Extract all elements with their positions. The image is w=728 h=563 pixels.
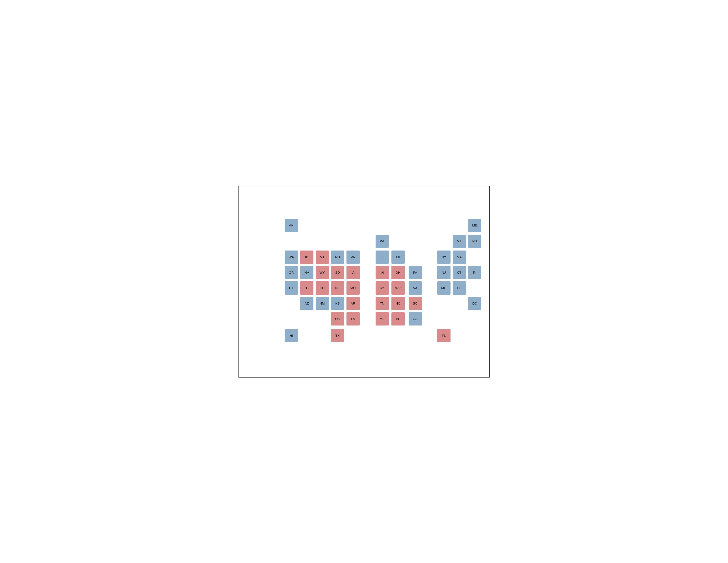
state-tile-mn[interactable]: MN — [346, 250, 360, 264]
state-tile-ny[interactable]: NY — [437, 250, 451, 264]
state-tile-nc[interactable]: NC — [391, 297, 405, 310]
state-tile-nd[interactable]: ND — [331, 250, 344, 264]
state-tile-ky[interactable]: KY — [376, 282, 389, 295]
state-tile-ut[interactable]: UT — [300, 282, 313, 295]
state-tile-wv[interactable]: WV — [391, 282, 405, 295]
us-map-container: AKMEWIVTNHWAIDMTNDMNILMINYMAORNVWYSDIAIN… — [238, 186, 490, 378]
state-tile-il[interactable]: IL — [376, 250, 389, 264]
state-tile-wy[interactable]: WY — [316, 266, 329, 279]
state-tile-oh[interactable]: OH — [391, 266, 405, 279]
state-tile-ms[interactable]: MS — [376, 312, 389, 326]
state-tile-nm[interactable]: NM — [316, 297, 329, 310]
state-tile-vt[interactable]: VT — [453, 234, 466, 248]
state-tile-tn[interactable]: TN — [376, 297, 389, 310]
state-tile-tx[interactable]: TX — [331, 329, 344, 342]
state-tile-ma[interactable]: MA — [453, 250, 466, 264]
state-tile-pa[interactable]: PA — [409, 266, 422, 279]
state-tile-wi[interactable]: WI — [376, 234, 389, 248]
state-tile-ri[interactable]: RI — [468, 266, 481, 279]
state-tile-ak[interactable]: AK — [285, 219, 298, 232]
state-tile-or[interactable]: OR — [285, 266, 298, 279]
state-tile-az[interactable]: AZ — [300, 297, 313, 310]
state-tile-ok[interactable]: OK — [331, 312, 344, 326]
state-tile-nv[interactable]: NV — [300, 266, 313, 279]
state-tile-va[interactable]: VA — [409, 282, 422, 295]
state-tile-ia[interactable]: IA — [346, 266, 360, 279]
state-tile-ga[interactable]: GA — [409, 312, 422, 326]
state-tile-wa[interactable]: WA — [285, 250, 298, 264]
state-tile-ct[interactable]: CT — [453, 266, 466, 279]
state-tile-ca[interactable]: CA — [285, 282, 298, 295]
state-tile-sc[interactable]: SC — [409, 297, 422, 310]
state-tile-al[interactable]: AL — [391, 312, 405, 326]
state-tile-id[interactable]: ID — [300, 250, 313, 264]
state-tile-mt[interactable]: MT — [316, 250, 329, 264]
state-tile-nh[interactable]: NH — [468, 234, 481, 248]
state-tile-mi[interactable]: MI — [391, 250, 405, 264]
state-tile-dc[interactable]: DC — [468, 297, 481, 310]
state-tile-fl[interactable]: FL — [437, 329, 451, 342]
state-tile-co[interactable]: CO — [316, 282, 329, 295]
state-tile-ar[interactable]: AR — [346, 297, 360, 310]
state-tile-hi[interactable]: HI — [285, 329, 298, 342]
state-tile-md[interactable]: MD — [437, 282, 451, 295]
state-tile-mo[interactable]: MO — [346, 282, 360, 295]
state-tile-sd[interactable]: SD — [331, 266, 344, 279]
state-tile-me[interactable]: ME — [468, 219, 481, 232]
state-tile-de[interactable]: DE — [453, 282, 466, 295]
state-tile-ne[interactable]: NE — [331, 282, 344, 295]
state-tile-in[interactable]: IN — [376, 266, 389, 279]
state-tile-nj[interactable]: NJ — [437, 266, 451, 279]
state-tile-ks[interactable]: KS — [331, 297, 344, 310]
state-tile-la[interactable]: LA — [346, 312, 360, 326]
